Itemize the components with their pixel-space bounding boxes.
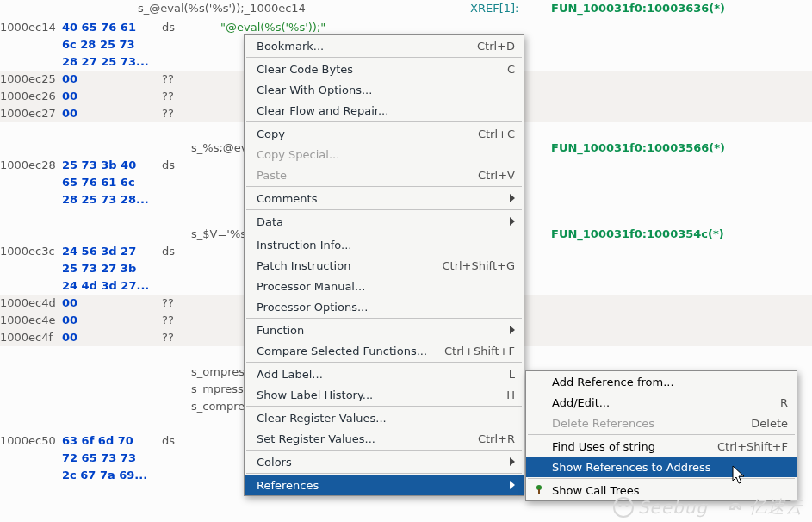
address: 1000ec4f [0,329,62,346]
menu-item-shortcut: Ctrl+Shift+F [444,345,515,357]
submenu-item-shortcut: R [780,396,788,409]
mnemonic: ds [162,243,220,260]
xref-label: XREF[1]: [470,0,518,17]
menu-item-shortcut: C [507,63,515,76]
menu-item-bookmark[interactable]: Bookmark...Ctrl+D [245,35,524,56]
address: 1000ec25 [0,71,62,88]
menu-item-label: Function [257,324,501,337]
xref-target[interactable]: FUN_100031f0:10003636(*) [551,0,725,17]
submenu-item-label: Delete References [552,417,741,430]
menu-item-copy-special: Copy Special... [245,144,524,165]
menu-item-label: Comments [257,192,501,205]
menu-separator [246,450,522,451]
menu-item-shortcut: Ctrl+C [478,127,515,140]
menu-item-label: Clear Register Values... [257,412,515,425]
menu-separator [246,186,522,187]
submenu-item-show-references-to-address[interactable]: Show References to Address [526,457,797,477]
menu-separator [246,318,522,319]
menu-item-function[interactable]: Function [245,320,524,340]
menu-item-copy[interactable]: CopyCtrl+C [245,123,524,144]
bytes: 2c 67 7a 69... [62,467,162,484]
xref-function[interactable]: FUN_100031f0:10003566(*) [551,140,725,157]
menu-item-add-label[interactable]: Add Label...L [245,364,524,384]
bytes: 63 6f 6d 70 [62,432,162,450]
menu-item-processor-options[interactable]: Processor Options... [245,296,524,317]
mnemonic: ?? [162,295,220,312]
bytes: 25 73 27 3b [62,260,162,277]
address: 1000ec4d [0,295,62,312]
address: 1000ec3c [0,243,62,260]
menu-item-clear-flow-and-repair[interactable]: Clear Flow and Repair... [245,100,524,121]
address: 1000ec27 [0,105,62,122]
menu-item-set-register-values[interactable]: Set Register Values...Ctrl+R [245,428,524,449]
menu-item-shortcut: L [509,368,515,381]
references-submenu[interactable]: Add Reference from...Add/Edit...RDelete … [525,370,797,501]
menu-item-label: Processor Options... [257,301,515,314]
submenu-item-label: Add/Edit... [552,396,770,409]
mnemonic: ?? [162,105,220,122]
menu-separator [246,473,522,474]
menu-item-references[interactable]: References [245,475,524,495]
bytes: 00 [62,295,162,312]
menu-item-label: Processor Manual... [257,280,515,293]
tree-icon [533,484,545,496]
address: 1000ec14 [0,19,62,36]
submenu-item-label: Add Reference from... [552,376,788,388]
menu-item-data[interactable]: Data [245,211,524,232]
bytes: 25 73 3b 40 [62,157,162,174]
menu-item-label: Copy [257,127,468,140]
svg-rect-1 [538,489,540,494]
submenu-item-find-uses-of-string[interactable]: Find Uses of stringCtrl+Shift+F [526,436,797,457]
mnemonic: ds [162,19,220,36]
submenu-item-add-reference-from[interactable]: Add Reference from... [526,371,797,392]
bytes: 28 27 25 73... [62,53,162,71]
menu-item-label: Patch Instruction [257,259,431,272]
bytes: 6c 28 25 73 [62,36,162,53]
submenu-separator [528,434,795,435]
submenu-item-label: Find Uses of string [552,440,707,453]
menu-item-shortcut: Ctrl+R [478,432,515,445]
mnemonic: ds [162,432,220,450]
submenu-item-label: Show References to Address [552,461,788,474]
bytes: 40 65 76 61 [62,19,162,36]
submenu-item-add-edit[interactable]: Add/Edit...R [526,392,797,413]
menu-item-comments[interactable]: Comments [245,188,524,208]
svg-point-3 [618,504,622,507]
menu-item-instruction-info[interactable]: Instruction Info... [245,234,524,255]
menu-separator [246,362,522,363]
section-label: s_@eval(%s('%s'));_1000ec14 [138,0,306,17]
menu-item-label: Compare Selected Functions... [257,345,434,357]
bytes: 00 [62,312,162,329]
menu-item-shortcut: H [506,388,515,401]
menu-item-shortcut: Ctrl+Shift+G [442,259,515,272]
menu-item-label: Bookmark... [257,40,467,53]
context-menu[interactable]: Bookmark...Ctrl+DClear Code BytesCClear … [244,34,524,496]
menu-item-label: Paste [257,169,468,182]
listing-row[interactable]: 1000ec1440 65 76 61ds"@eval(%s('%s'));" [0,19,812,36]
menu-item-clear-with-options[interactable]: Clear With Options... [245,79,524,100]
menu-item-label: Copy Special... [257,148,515,161]
menu-item-paste: PasteCtrl+V [245,165,524,185]
mnemonic: ds [162,157,220,174]
address: 1000ec4e [0,312,62,329]
menu-item-clear-code-bytes[interactable]: Clear Code BytesC [245,59,524,79]
mnemonic: ?? [162,71,220,88]
menu-item-patch-instruction[interactable]: Patch InstructionCtrl+Shift+G [245,255,524,276]
address: 1000ec26 [0,88,62,105]
address: 1000ec50 [0,432,62,450]
menu-item-compare-selected-functions[interactable]: Compare Selected Functions...Ctrl+Shift+… [245,340,524,361]
menu-separator [246,57,522,58]
menu-separator [246,233,522,233]
bytes: 00 [62,88,162,105]
menu-item-show-label-history[interactable]: Show Label History...H [245,384,524,405]
menu-item-label: Data [257,215,501,228]
menu-item-clear-register-values[interactable]: Clear Register Values... [245,407,524,428]
menu-item-colors[interactable]: Colors [245,451,524,472]
bytes: 00 [62,105,162,122]
menu-item-processor-manual[interactable]: Processor Manual... [245,276,524,296]
xref-function[interactable]: FUN_100031f0:1000354c(*) [551,226,724,243]
submenu-separator [528,478,795,479]
watermark: Seebug 亿速云 [612,495,803,519]
bytes: 00 [62,71,162,88]
menu-item-label: Clear With Options... [257,84,515,96]
